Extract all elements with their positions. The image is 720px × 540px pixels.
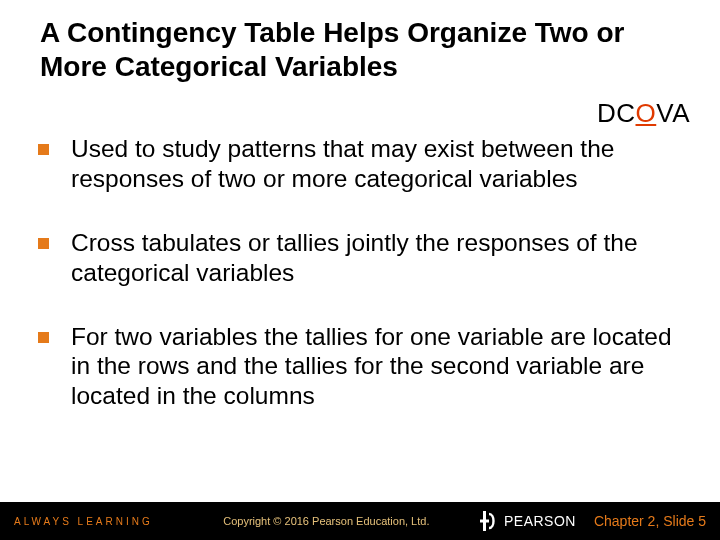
bullet-icon — [38, 332, 49, 343]
bullet-icon — [38, 144, 49, 155]
slide-body: Used to study patterns that may exist be… — [38, 134, 684, 411]
copyright-text: Copyright © 2016 Pearson Education, Ltd. — [173, 515, 480, 527]
list-item: For two variables the tallies for one va… — [38, 322, 684, 412]
list-item: Cross tabulates or tallies jointly the r… — [38, 228, 684, 288]
brand-block: PEARSON — [480, 511, 576, 531]
list-item: Used to study patterns that may exist be… — [38, 134, 684, 194]
bullet-text: Cross tabulates or tallies jointly the r… — [71, 228, 684, 288]
slide-footer: ALWAYS LEARNING Copyright © 2016 Pearson… — [0, 502, 720, 540]
svg-rect-1 — [480, 520, 489, 523]
dcova-accent: O — [636, 98, 657, 128]
always-learning-label: ALWAYS LEARNING — [14, 516, 153, 527]
pearson-logo-icon — [480, 511, 498, 531]
page-number: Chapter 2, Slide 5 — [594, 513, 706, 529]
bullet-text: For two variables the tallies for one va… — [71, 322, 684, 412]
slide-title: A Contingency Table Helps Organize Two o… — [40, 16, 680, 84]
bullet-icon — [38, 238, 49, 249]
dcova-tag: DCOVA — [597, 98, 690, 129]
dcova-pre: DC — [597, 98, 636, 128]
brand-text: PEARSON — [504, 513, 576, 529]
slide: A Contingency Table Helps Organize Two o… — [0, 0, 720, 540]
dcova-post: VA — [656, 98, 690, 128]
bullet-text: Used to study patterns that may exist be… — [71, 134, 684, 194]
